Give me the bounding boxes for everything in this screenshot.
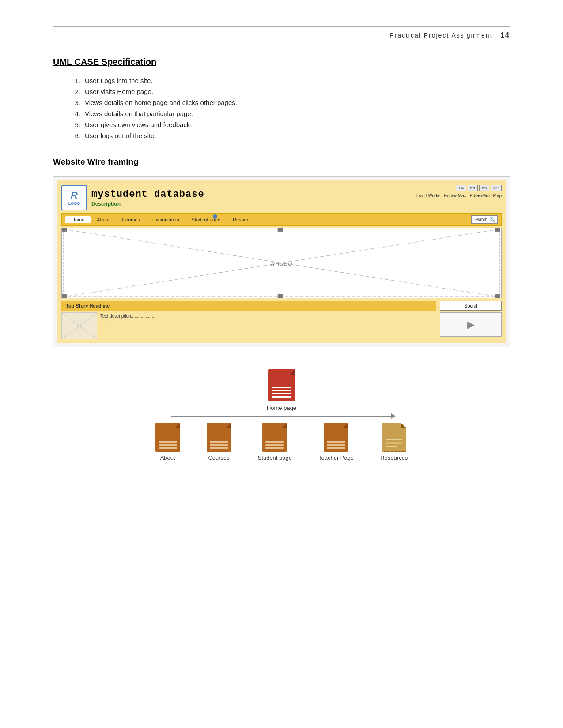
wf-btn-1[interactable]: 2% bbox=[456, 185, 466, 191]
list-item: 2. User visits Home page. bbox=[71, 88, 510, 95]
page-header: Practical Project Assignment 14 bbox=[53, 26, 510, 39]
nav-home[interactable]: Home bbox=[65, 216, 91, 223]
list-item: 1. User Logs into the site. bbox=[71, 77, 510, 84]
wireframe-title: Website Wire framing bbox=[53, 157, 510, 167]
resources-icon bbox=[382, 423, 406, 452]
wf-navbar: Home About Courses Examination Student p… bbox=[61, 213, 502, 226]
svg-rect-5 bbox=[495, 228, 500, 232]
logo-text: LOGO bbox=[68, 201, 80, 206]
wireframe-content: R LOGO mystudent database Description 2%… bbox=[57, 180, 506, 343]
about-label: About bbox=[160, 454, 175, 461]
sitemap-bottom-items: About Courses bbox=[155, 423, 408, 461]
nav-student[interactable]: Student page bbox=[185, 216, 227, 223]
thumb-svg bbox=[62, 313, 97, 339]
wf-top-right: 2% PR DS C% How It Works | Edraw Max | E… bbox=[414, 185, 502, 198]
uml-section: UML CASE Specification 1. User Logs into… bbox=[53, 57, 510, 139]
sitemap-item-teacher: Teacher Page bbox=[318, 423, 354, 461]
student-icon bbox=[262, 423, 287, 452]
wf-buttons: 2% PR DS C% bbox=[456, 185, 502, 191]
wf-play-box[interactable]: ▶ bbox=[440, 312, 502, 337]
image-svg: Image bbox=[62, 228, 501, 298]
wf-btn-3[interactable]: DS bbox=[479, 185, 489, 191]
search-text: Search bbox=[473, 217, 487, 222]
svg-rect-4 bbox=[278, 228, 283, 232]
sitemap-item-courses: Courses bbox=[207, 423, 231, 461]
wf-btn-4[interactable]: C% bbox=[491, 185, 502, 191]
nav-courses[interactable]: Courses bbox=[116, 216, 146, 223]
list-item: 3. Views details on home page and clicks… bbox=[71, 99, 510, 106]
sitemap-section: Home page About bbox=[53, 369, 510, 461]
page-number: 14 bbox=[500, 31, 510, 39]
uml-title: UML CASE Specification bbox=[53, 57, 510, 67]
teacher-label: Teacher Page bbox=[318, 454, 354, 461]
wf-image-placeholder: Image bbox=[61, 228, 502, 298]
wireframe-container: R LOGO mystudent database Description 2%… bbox=[53, 176, 510, 347]
wireframe-section: Website Wire framing R LOGO mystudent da… bbox=[53, 157, 510, 347]
wf-text-desc: Text description..................... bbox=[100, 312, 436, 320]
resources-label: Resources bbox=[380, 454, 408, 461]
about-icon bbox=[155, 423, 180, 452]
wf-bottom-section: Top Story Headline bbox=[61, 301, 502, 339]
teacher-icon bbox=[324, 423, 348, 452]
site-description: Description bbox=[91, 201, 204, 207]
site-title-area: mystudent database Description bbox=[91, 189, 204, 207]
wf-thumbnail bbox=[61, 312, 97, 339]
resources-svg bbox=[382, 423, 406, 452]
courses-icon bbox=[207, 423, 231, 452]
search-icon: 🔍 bbox=[489, 217, 495, 222]
list-item: 6. User logs out of the site. bbox=[71, 132, 510, 139]
courses-label: Courses bbox=[208, 454, 229, 461]
play-icon: ▶ bbox=[467, 319, 475, 330]
wf-text-area: Text description..................... ..… bbox=[100, 312, 436, 339]
wf-text-more: ...... bbox=[100, 321, 436, 326]
sitemap-item-student: Student page bbox=[258, 423, 292, 461]
wf-headline: Top Story Headline bbox=[61, 301, 436, 311]
list-item: 5. User gives own views and feedback. bbox=[71, 121, 510, 128]
wf-right-col: Social ▶ bbox=[440, 301, 502, 337]
wf-left-col: Top Story Headline bbox=[61, 301, 436, 339]
wf-logo-area: R LOGO mystudent database Description bbox=[61, 185, 204, 210]
svg-marker-14 bbox=[401, 423, 406, 428]
site-name: mystudent database bbox=[91, 189, 204, 200]
wf-btn-2[interactable]: PR bbox=[468, 185, 478, 191]
logo-letter: R bbox=[71, 190, 78, 201]
sitemap-item-about: About bbox=[155, 423, 180, 461]
nav-about[interactable]: About bbox=[91, 216, 116, 223]
wf-search[interactable]: Search 🔍 bbox=[471, 215, 498, 224]
sitemap-item-resources: Resources bbox=[380, 423, 408, 461]
wf-header: R LOGO mystudent database Description 2%… bbox=[61, 185, 502, 210]
list-item: 4. Views details on that particular page… bbox=[71, 110, 510, 117]
home-page-icon bbox=[268, 369, 295, 401]
wf-logo-box: R LOGO bbox=[61, 185, 87, 210]
svg-rect-7 bbox=[278, 294, 283, 298]
wf-social-box: Social bbox=[440, 301, 502, 311]
nav-resources[interactable]: Resour bbox=[227, 216, 254, 223]
nav-examination[interactable]: Examination bbox=[146, 216, 185, 223]
svg-rect-3 bbox=[62, 228, 67, 232]
svg-rect-8 bbox=[495, 294, 500, 298]
header-title: Practical Project Assignment bbox=[389, 32, 492, 39]
sitemap-arrow bbox=[149, 416, 414, 417]
student-label: Student page bbox=[258, 454, 292, 461]
uml-list: 1. User Logs into the site. 2. User visi… bbox=[53, 77, 510, 139]
home-page-label: Home page bbox=[267, 405, 296, 411]
svg-text:Image: Image bbox=[271, 261, 292, 266]
svg-rect-6 bbox=[62, 294, 67, 298]
arrow-line bbox=[171, 416, 392, 417]
sitemap-home: Home page bbox=[267, 369, 296, 411]
wf-top-links: How It Works | Edraw Max | EdrawMind Map bbox=[414, 193, 502, 198]
